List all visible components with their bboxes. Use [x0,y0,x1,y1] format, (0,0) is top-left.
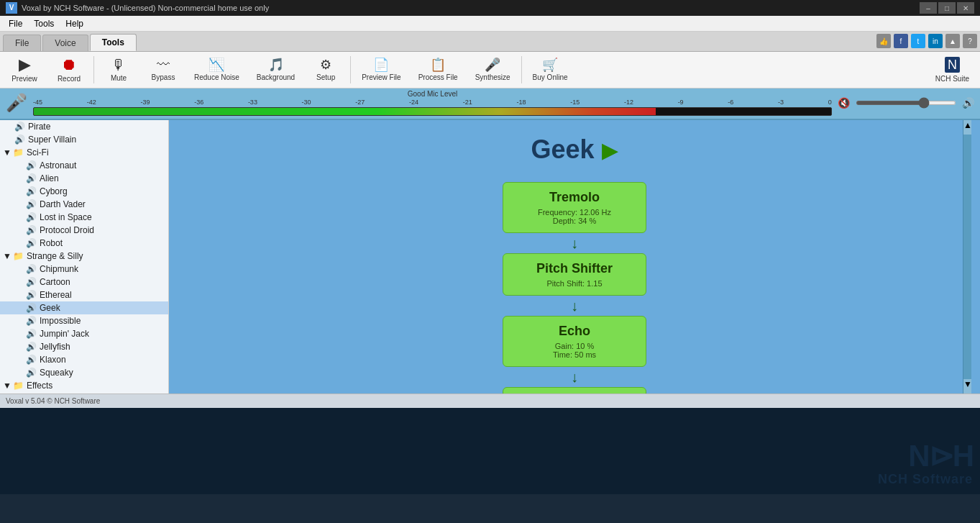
tab-file[interactable]: File [3,35,41,51]
sidebar-item-chipmunk[interactable]: 🔊 Chipmunk [0,263,168,276]
sidebar-item-geek[interactable]: 🔊 Geek [0,301,168,314]
sidebar-item-lost-in-space[interactable]: 🔊 Lost in Space [0,211,168,224]
sidebar-item-darth-vader[interactable]: 🔊 Darth Vader [0,198,168,211]
menu-file[interactable]: File [3,17,28,30]
ruler-mark: -36 [194,99,203,106]
nch-suite-button[interactable]: N NCH Suite [928,53,977,86]
sidebar-item-label: Klaxon [40,355,66,365]
sidebar-item-robot[interactable]: 🔊 Robot [0,237,168,250]
reduce-noise-label: Reduce Noise [194,73,239,81]
speaker-icon: 🔊 [26,355,37,365]
sidebar-item-label: Darth Vader [40,199,86,209]
speaker-icon: 🔊 [26,290,37,300]
mute-button[interactable]: 🎙 Mute [97,53,140,86]
linkedin-icon[interactable]: in [928,34,943,48]
menu-help[interactable]: Help [60,17,89,30]
speaker-icon: 🔊 [26,368,37,378]
sidebar-folder-sci-fi[interactable]: ▼ 📁 Sci-Fi [0,146,168,159]
ruler-mark: -15 [570,99,580,106]
sidebar-item-jellyfish[interactable]: 🔊 Jellyfish [0,340,168,353]
sidebar-item-jumpin-jack[interactable]: 🔊 Jumpin' Jack [0,327,168,340]
sidebar-item-label: Squeaky [40,368,73,378]
ruler-mark: -33 [248,99,257,106]
sidebar-item-astronaut[interactable]: 🔊 Astronaut [0,159,168,172]
preview-file-icon: 📄 [373,58,389,71]
tabbar: File Voice Tools 👍 f t in ▲ ? [0,32,980,52]
sidebar-item-protocol-droid[interactable]: 🔊 Protocol Droid [0,224,168,237]
ruler-mark: -39 [140,99,150,106]
sidebar-item-label: Protocol Droid [40,225,94,235]
sidebar-item-impossible[interactable]: 🔊 Impossible [0,314,168,327]
app-icon: V [6,2,17,14]
speaker-icon: 🔊 [26,329,37,339]
watermark-line1: N⊳H [878,440,973,473]
sidebar-item-label: Robot [40,238,63,248]
sidebar-folder-strange-silly[interactable]: ▼ 📁 Strange & Silly [0,250,168,263]
sidebar-item-label: Cartoon [40,277,70,287]
content-scrollbar[interactable]: ▲ ▼ [963,120,971,394]
volume-slider[interactable] [856,101,956,105]
effect-card-echo[interactable]: Echo Gain: 10 % Time: 50 ms [503,316,646,367]
expand-icon[interactable]: ▲ [945,34,960,48]
ruler-mark: -24 [409,99,418,106]
close-button[interactable]: ✕ [957,2,974,14]
thumbs-up-icon[interactable]: 👍 [876,34,891,48]
record-icon: ⏺ [61,57,77,73]
facebook-icon[interactable]: f [894,34,908,48]
sidebar-item-squeaky[interactable]: 🔊 Squeaky [0,366,168,379]
sidebar-item-label: Geek [40,303,60,313]
effect-card-tremolo[interactable]: Tremolo Frequency: 12.06 Hz Depth: 34 % [503,182,646,233]
tab-voice[interactable]: Voice [42,35,88,51]
twitter-icon[interactable]: t [911,34,925,48]
effect-card-wah-wah[interactable]: Wah-Wah Resonance: 50 % [503,387,646,394]
help-icon[interactable]: ? [963,34,977,48]
sidebar-folder-effects[interactable]: ▼ 📁 Effects [0,379,168,392]
arrow-icon: ↓ [571,236,578,250]
menu-tools[interactable]: Tools [28,17,60,30]
mute-icon: 🎙 [111,58,126,72]
sidebar-item-cartoon[interactable]: 🔊 Cartoon [0,276,168,288]
minimize-button[interactable]: – [920,2,937,14]
folder-icon: 📁 [13,147,24,158]
scrollbar-up[interactable]: ▲ [963,120,971,135]
sidebar-item-cyborg[interactable]: 🔊 Cyborg [0,185,168,198]
speaker-icon: 🔊 [26,212,37,222]
speaker-icon: 🔊 [26,186,37,196]
effect-card-pitch-shifter[interactable]: Pitch Shifter Pitch Shift: 1.15 [503,253,646,296]
scrollbar-down[interactable]: ▼ [963,379,971,394]
sidebar-item-super-villain[interactable]: 🔊 Super Villain [0,133,168,146]
title-text: Voxal by NCH Software - (Unlicensed) Non… [22,4,920,12]
preview-file-button[interactable]: 📄 Preview File [354,53,408,86]
sidebar-item-pirate[interactable]: 🔊 Pirate [0,120,168,133]
synthesize-icon: 🎤 [485,58,500,71]
maximize-button[interactable]: □ [938,2,956,14]
ruler-mark: -27 [355,99,365,106]
collapse-icon: ▼ [3,251,12,261]
sidebar-item-klaxon[interactable]: 🔊 Klaxon [0,353,168,366]
sidebar-item-label: Alien [40,173,59,183]
sidebar-item-ethereal[interactable]: 🔊 Ethereal [0,288,168,301]
menubar: File Tools Help [0,16,980,32]
effect-param: Gain: 10 % [518,342,631,350]
buy-online-button[interactable]: 🛒 Buy Online [525,53,576,86]
setup-button[interactable]: ⚙ Setup [304,53,347,86]
mute-label: Mute [111,74,127,82]
record-button[interactable]: ⏺ Record [47,53,91,86]
sidebar-item-alien[interactable]: 🔊 Alien [0,172,168,185]
speaker-icon: 🔊 [26,225,37,235]
synthesize-button[interactable]: 🎤 Synthesize [467,53,518,86]
tab-tools[interactable]: Tools [90,34,137,51]
sidebar-item-am-radio[interactable]: 🔊 AM Radio [0,392,168,394]
preset-play-button[interactable]: ▶ [602,137,618,163]
preview-button[interactable]: ▶ Preview [3,53,46,86]
folder-icon: 📁 [13,381,24,391]
titlebar: V Voxal by NCH Software - (Unlicensed) N… [0,0,980,16]
microphone-icon: 🎤 [6,93,27,113]
reduce-noise-button[interactable]: 📉 Reduce Noise [186,53,247,86]
process-file-button[interactable]: 📋 Process File [411,53,466,86]
nch-watermark: N⊳H NCH Software [878,440,973,487]
speaker-icon: 🔊 [26,160,37,170]
background-button[interactable]: 🎵 Background [249,53,303,86]
bypass-button[interactable]: 〰 Bypass [142,53,185,86]
collapse-icon: ▼ [3,381,12,391]
